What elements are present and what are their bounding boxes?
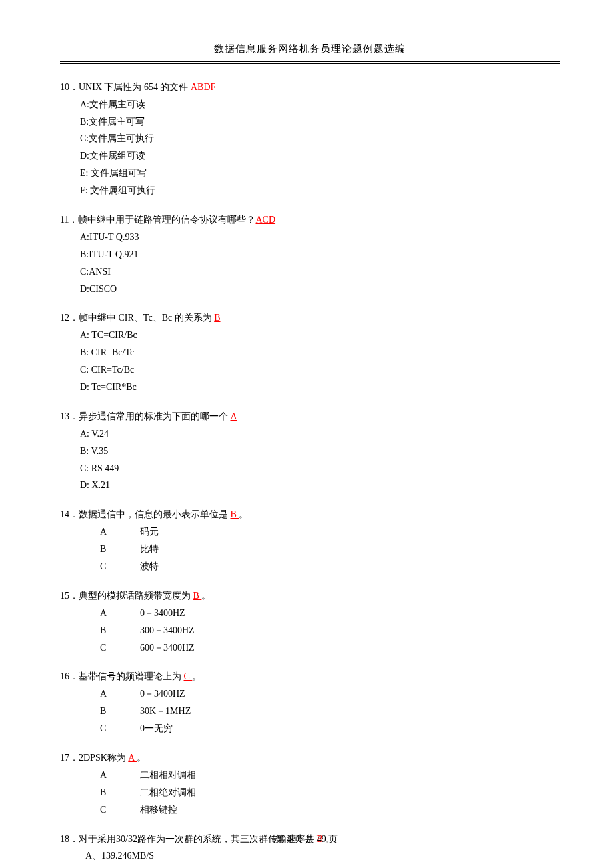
option-letter: C	[100, 801, 140, 819]
option-item: A: TC=CIR/Bc	[80, 327, 560, 344]
question-suffix: 。	[137, 753, 146, 763]
option-item: C:文件属主可执行	[80, 130, 560, 147]
option-item: D:文件属组可读	[80, 147, 560, 165]
answer-text: B	[193, 591, 202, 601]
answer-text: A	[231, 411, 237, 421]
question-text: 17．2DPSK称为 A 。	[60, 749, 560, 767]
option-item: A二相相对调相	[100, 767, 560, 784]
options-list: A:ITU-T Q.933B:ITU-T Q.921C:ANSID:CISCO	[60, 229, 560, 298]
option-item: C600－3400HZ	[100, 639, 560, 657]
option-item: C相移键控	[100, 801, 560, 819]
option-text: 二相绝对调相	[140, 787, 196, 797]
option-text: 0－3400HZ	[140, 608, 185, 618]
option-text: 300－3400HZ	[140, 625, 195, 635]
options-list: A: V.24B: V.35C: RS 449D: X.21	[60, 425, 560, 495]
page-header: 数据信息服务网络机务员理论题例题选编	[60, 40, 560, 62]
question-text: 16．基带信号的频谱理论上为 C 。	[60, 668, 560, 685]
question-body: 典型的模拟话路频带宽度为	[79, 591, 193, 601]
option-text: 二相相对调相	[140, 770, 196, 780]
question-body: 帧中继中用于链路管理的信令协议有哪些？	[78, 215, 255, 225]
question-block: 12．帧中继中 CIR、Tc、Bc 的关系为 BA: TC=CIR/BcB: C…	[60, 309, 560, 395]
option-letter: C	[100, 558, 140, 575]
option-item: B比特	[100, 541, 560, 558]
footer-text: 第 4 页 共 49 页	[275, 834, 338, 844]
option-item: C:ANSI	[80, 263, 560, 281]
option-letter: B	[100, 622, 140, 639]
option-item: B300－3400HZ	[100, 622, 560, 639]
option-item: A0－3400HZ	[100, 685, 560, 703]
option-item: C波特	[100, 558, 560, 575]
question-block: 13．异步通信常用的标准为下面的哪一个 AA: V.24B: V.35C: RS…	[60, 408, 560, 494]
options-list: A: TC=CIR/BcB: CIR=Bc/TcC: CIR=Tc/BcD: T…	[60, 327, 560, 396]
page-footer: 第 4 页 共 49 页	[0, 831, 613, 848]
question-text: 15．典型的模拟话路频带宽度为 B 。	[60, 587, 560, 605]
option-text: 600－3400HZ	[140, 643, 195, 653]
option-item: A、139.246MB/S	[85, 847, 560, 865]
question-body: 帧中继中 CIR、Tc、Bc 的关系为	[79, 313, 214, 323]
header-underline	[60, 63, 560, 64]
question-suffix: 。	[192, 671, 201, 681]
option-letter: A	[100, 605, 140, 622]
question-body: UNIX 下属性为 654 的文件	[79, 82, 191, 92]
answer-text: ABDF	[191, 82, 215, 92]
question-text: 13．异步通信常用的标准为下面的哪一个 A	[60, 408, 560, 425]
option-text: 相移键控	[140, 805, 177, 815]
options-list: A码元B比特C波特	[60, 523, 560, 575]
question-text: 12．帧中继中 CIR、Tc、Bc 的关系为 B	[60, 309, 560, 327]
question-block: 16．基带信号的频谱理论上为 C 。A0－3400HZB30K－1MHZC0一无…	[60, 668, 560, 737]
option-item: D:CISCO	[80, 281, 560, 298]
question-number: 11．	[60, 215, 78, 225]
option-item: B: V.35	[80, 443, 560, 460]
options-list: A0－3400HZB30K－1MHZC0一无穷	[60, 685, 560, 737]
option-item: B:文件属主可写	[80, 113, 560, 131]
content-area: 10．UNIX 下属性为 654 的文件 ABDFA:文件属主可读B:文件属主可…	[60, 79, 560, 865]
question-suffix: 。	[239, 509, 248, 519]
question-number: 13．	[60, 411, 79, 421]
option-letter: B	[100, 703, 140, 720]
question-number: 14．	[60, 509, 79, 519]
option-item: C: RS 449	[80, 460, 560, 477]
options-list: A:文件属主可读B:文件属主可写C:文件属主可执行D:文件属组可读E: 文件属组…	[60, 96, 560, 199]
option-letter: C	[100, 720, 140, 737]
option-item: A:ITU-T Q.933	[80, 229, 560, 246]
question-number: 15．	[60, 591, 79, 601]
option-item: B30K－1MHZ	[100, 703, 560, 720]
option-text: 30K－1MHZ	[140, 706, 191, 716]
answer-text: C	[184, 671, 193, 681]
question-body: 数据通信中，信息的最小表示单位是	[79, 509, 231, 519]
option-text: 波特	[140, 561, 159, 571]
options-list: A二相相对调相B二相绝对调相C相移键控	[60, 767, 560, 819]
question-block: 11．帧中继中用于链路管理的信令协议有哪些？ACDA:ITU-T Q.933B:…	[60, 211, 560, 297]
answer-text: B	[214, 313, 220, 323]
options-list: A0－3400HZB300－3400HZC600－3400HZ	[60, 605, 560, 657]
document-page: 数据信息服务网络机务员理论题例题选编 10．UNIX 下属性为 654 的文件 …	[0, 0, 613, 868]
option-text: 码元	[140, 527, 159, 537]
option-item: A:文件属主可读	[80, 96, 560, 113]
question-block: 17．2DPSK称为 A 。A二相相对调相B二相绝对调相C相移键控	[60, 749, 560, 819]
question-number: 17．	[60, 753, 79, 763]
question-body: 2DPSK称为	[79, 753, 128, 763]
answer-text: A	[128, 753, 137, 763]
option-letter: B	[100, 784, 140, 801]
question-block: 15．典型的模拟话路频带宽度为 B 。A0－3400HZB300－3400HZC…	[60, 587, 560, 657]
option-letter: C	[100, 639, 140, 657]
option-item: B:ITU-T Q.921	[80, 246, 560, 263]
option-text: 0－3400HZ	[140, 689, 185, 699]
question-number: 16．	[60, 671, 79, 681]
option-letter: A	[100, 685, 140, 703]
option-item: D: X.21	[80, 477, 560, 494]
question-block: 10．UNIX 下属性为 654 的文件 ABDFA:文件属主可读B:文件属主可…	[60, 79, 560, 199]
answer-text: B	[231, 509, 239, 519]
question-text: 11．帧中继中用于链路管理的信令协议有哪些？ACD	[60, 211, 560, 229]
option-item: A码元	[100, 523, 560, 541]
option-item: F: 文件属组可执行	[80, 182, 560, 199]
option-text: 比特	[140, 544, 159, 554]
options-list: A、139.246MB/S	[60, 847, 560, 865]
question-text: 14．数据通信中，信息的最小表示单位是 B 。	[60, 506, 560, 523]
answer-text: ACD	[255, 215, 275, 225]
question-number: 12．	[60, 313, 79, 323]
option-item: B二相绝对调相	[100, 784, 560, 801]
option-item: A0－3400HZ	[100, 605, 560, 622]
question-text: 10．UNIX 下属性为 654 的文件 ABDF	[60, 79, 560, 96]
option-item: D: Tc=CIR*Bc	[80, 379, 560, 396]
